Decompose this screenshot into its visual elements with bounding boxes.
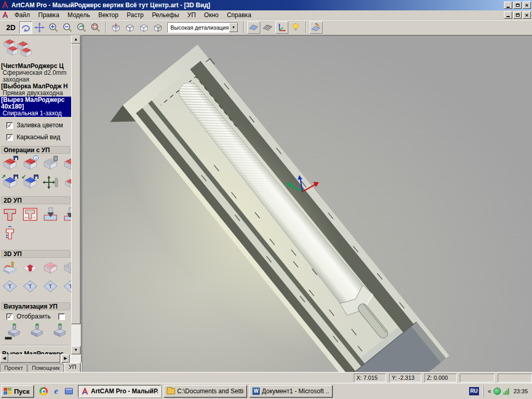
toolpath-list-item-selected[interactable]: [Вырез МалРоджерс 40х180]: [0, 97, 71, 110]
import-toolpath-icon[interactable]: ↙: [22, 176, 38, 191]
toolpath-list-item-selected[interactable]: Спиральная 1-заход: [0, 110, 71, 117]
area-clearance-icon[interactable]: [22, 207, 38, 223]
tab-toolpaths[interactable]: УП: [64, 363, 81, 372]
simulation-extra-icon[interactable]: [52, 323, 68, 339]
panel-horizontal-scrollbar[interactable]: ◀ ▶: [0, 354, 81, 363]
artcam-logo-icon: [1, 1, 9, 9]
child-minimize-button[interactable]: [504, 11, 512, 19]
task-artcam[interactable]: ArtCAM Pro - МалыйР...: [78, 385, 161, 397]
shade-model-button[interactable]: [247, 21, 260, 34]
simulate-toolpath-icon[interactable]: [6, 323, 22, 339]
task-word[interactable]: W Документ1 - Microsoft ...: [249, 385, 332, 397]
tab-assistant[interactable]: Помощник: [28, 364, 64, 372]
menu-model[interactable]: Модель: [63, 11, 94, 19]
tab-project[interactable]: Проект: [0, 364, 27, 372]
toolpath-list-item[interactable]: Сферическая d2.0mm заходная: [0, 70, 71, 83]
toolpath-info-icon[interactable]: i: [22, 157, 38, 172]
scrollbar-thumb[interactable]: [8, 354, 60, 363]
show-desktop-icon[interactable]: [63, 385, 74, 397]
menu-toolpaths[interactable]: УП: [183, 11, 200, 19]
vbit-carving-icon[interactable]: [43, 207, 58, 223]
delete-toolpath-icon[interactable]: [43, 157, 58, 172]
panel-vertical-scrollbar[interactable]: ▲ ▼: [71, 35, 81, 354]
start-button[interactable]: Пуск: [1, 385, 34, 397]
scrollbar-thumb[interactable]: [71, 44, 81, 324]
save-toolpath-icon[interactable]: [2, 157, 18, 172]
child-restore-button[interactable]: [513, 11, 522, 19]
menu-edit[interactable]: Правка: [34, 11, 64, 19]
feature-machining-icon[interactable]: [22, 261, 38, 276]
iso-view-3-button[interactable]: [138, 21, 151, 34]
minimize-icon: [507, 7, 510, 8]
zoom-extents-button[interactable]: [89, 21, 102, 34]
restore-icon: [516, 4, 520, 7]
t-plate-3-icon[interactable]: [43, 280, 58, 295]
menu-vector[interactable]: Вектор: [94, 11, 123, 19]
origin-axes-button[interactable]: [275, 21, 288, 34]
zlevel-roughing-icon[interactable]: [43, 261, 58, 276]
windows-logo-icon: [4, 387, 12, 395]
detail-level-dropdown[interactable]: Высокая детализация ▼: [167, 22, 238, 33]
t-plate-2-icon[interactable]: [22, 280, 38, 295]
document-icon[interactable]: [2, 11, 9, 19]
drilling-icon[interactable]: [2, 226, 18, 242]
system-tray: RU « 23:35: [469, 385, 531, 397]
menu-help[interactable]: Справка: [223, 11, 256, 19]
scroll-down-icon[interactable]: ▼: [71, 346, 81, 354]
menu-window[interactable]: Окно: [200, 11, 223, 19]
profile-toolpath-icon[interactable]: [2, 207, 18, 223]
zoom-out-button[interactable]: [61, 21, 74, 34]
iso-view-4-button[interactable]: [152, 21, 165, 34]
switch-2d-button[interactable]: 2D: [3, 22, 19, 33]
toolbar-separator: [105, 22, 107, 33]
iso-view-1-button[interactable]: [110, 21, 123, 34]
engraving-icon[interactable]: [63, 207, 71, 223]
cutout-icon[interactable]: [63, 261, 71, 276]
rotate-view-button[interactable]: [19, 21, 32, 34]
messenger-icon[interactable]: [494, 388, 501, 395]
iso-view-2-button[interactable]: [124, 21, 137, 34]
chevron-down-icon[interactable]: ▼: [229, 23, 238, 32]
export-toolpath-icon[interactable]: ↗: [2, 176, 18, 191]
minimize-icon: [507, 16, 510, 17]
internet-explorer-icon[interactable]: e: [50, 385, 62, 397]
iso-view-2-icon: [125, 22, 135, 33]
transform-toolpath-icon[interactable]: [43, 176, 58, 191]
chevron-icon[interactable]: «: [488, 388, 491, 395]
zoom-in-icon: [48, 22, 59, 33]
light-button[interactable]: [289, 21, 302, 34]
display-simulation-checkbox[interactable]: ✓: [6, 313, 13, 320]
child-close-button[interactable]: ×: [523, 11, 531, 19]
toolpaths-stack-icon[interactable]: [3, 38, 71, 60]
panel-tabs: Проект Помощник УП: [0, 363, 82, 372]
wireframe-button[interactable]: [261, 21, 274, 34]
minimize-button[interactable]: [504, 2, 512, 9]
restore-button[interactable]: [513, 2, 522, 9]
wireframe-view-checkbox[interactable]: ✓: [6, 134, 13, 141]
toolpath-extra-icon[interactable]: [63, 157, 71, 172]
menu-file[interactable]: Файл: [10, 11, 34, 19]
zoom-previous-button[interactable]: [75, 21, 88, 34]
scroll-right-icon[interactable]: ▶: [61, 354, 70, 363]
scroll-left-icon[interactable]: ◀: [0, 354, 8, 363]
language-indicator[interactable]: RU: [469, 387, 479, 395]
scroll-up-icon[interactable]: ▲: [71, 35, 81, 44]
signal-icon[interactable]: [503, 388, 509, 395]
t-plate-4-icon[interactable]: [63, 280, 71, 295]
chrome-icon[interactable]: [38, 385, 49, 397]
menu-reliefs[interactable]: Рельефы: [148, 11, 183, 19]
folder-icon: [167, 388, 175, 394]
menu-raster[interactable]: Растр: [123, 11, 148, 19]
machine-relief-icon[interactable]: [2, 261, 18, 276]
simulate-control-icon[interactable]: [29, 323, 45, 339]
t-plate-1-icon[interactable]: [2, 280, 18, 295]
3d-view[interactable]: [82, 35, 532, 372]
pan-view-button[interactable]: [33, 21, 46, 34]
color-fill-checkbox[interactable]: ✓: [6, 122, 13, 129]
edit-relief-button[interactable]: [310, 21, 323, 34]
task-explorer[interactable]: C:\Documents and Settin...: [164, 385, 247, 397]
zoom-in-button[interactable]: [47, 21, 60, 34]
close-button[interactable]: ×: [523, 2, 531, 9]
copy-toolpath-icon[interactable]: [63, 176, 71, 191]
secondary-checkbox[interactable]: [58, 313, 65, 320]
